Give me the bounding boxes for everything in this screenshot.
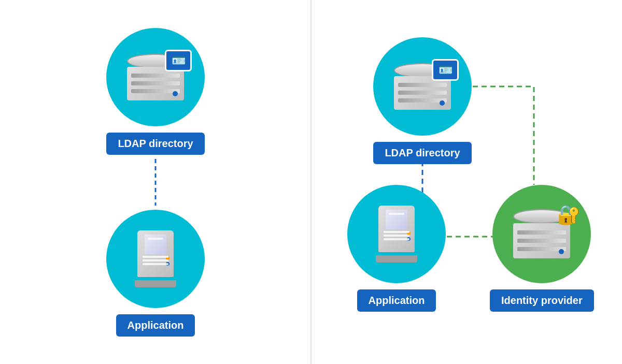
right-ldap-label: LDAP directory [373,142,471,164]
right-db-stripe2 [398,91,447,95]
left-ldap-label: LDAP directory [106,133,204,155]
left-connector [153,159,158,206]
left-server-lines [143,256,168,267]
right-line3 [384,238,409,240]
right-panel: 🪪 LDAP directory [311,0,622,364]
right-db-icon: 🪪 [394,63,451,110]
idp-dot [559,249,564,254]
left-badge-icon: 🪪 [172,54,186,67]
left-line2 [143,259,168,261]
right-idp-circle: 🔐 [492,185,591,283]
left-ldap-group: 🪪 LDAP directory [106,28,205,155]
right-ldap-circle: 🪪 [373,37,472,136]
left-server-base [135,280,176,287]
right-line2 [384,235,409,237]
left-panel: 🪪 LDAP directory [0,0,311,364]
right-server-lines [384,231,409,242]
idp-db-wrapper: 🔐 [513,209,570,258]
right-idp-label: Identity provider [490,289,594,312]
right-layout: 🪪 LDAP directory [342,32,591,332]
right-db-stripe1 [398,83,447,87]
idp-db-body [513,223,570,258]
left-db-badge: 🪪 [165,50,192,71]
left-app-circle [106,210,205,308]
left-server-body [137,230,174,277]
right-server-icon [373,206,420,263]
idp-stripe1 [517,230,566,235]
right-server-screen [386,210,407,229]
diagram-container: 🪪 LDAP directory [0,0,622,364]
lock-badge-icon: 🔐 [557,204,581,226]
right-badge-icon: 🪪 [439,63,453,77]
right-server-body [378,206,415,252]
right-app-label: Application [357,289,436,312]
right-idp-group: 🔐 Identity provider [490,185,594,312]
left-db-stripe1 [131,74,180,78]
right-server-base [376,255,417,263]
right-db-body [394,76,451,110]
left-db-stripe2 [131,81,180,85]
right-ldap-group: 🪪 LDAP directory [373,37,472,164]
left-app-label: Application [116,314,195,337]
idp-stripe2 [517,239,566,243]
left-server-icon [132,230,179,287]
right-db-badge: 🪪 [432,59,459,81]
right-app-circle [347,185,446,283]
right-app-group: Application [347,185,446,312]
left-app-group: Application [106,210,205,337]
left-line3 [143,263,168,265]
right-line1 [384,231,409,233]
right-db-dot [440,100,445,106]
left-server-screen [145,235,166,254]
left-db-body [127,67,184,100]
left-db-dot [173,91,178,96]
left-ldap-circle: 🪪 [106,28,205,126]
left-line1 [143,256,168,258]
left-db-icon: 🪪 [127,54,184,100]
